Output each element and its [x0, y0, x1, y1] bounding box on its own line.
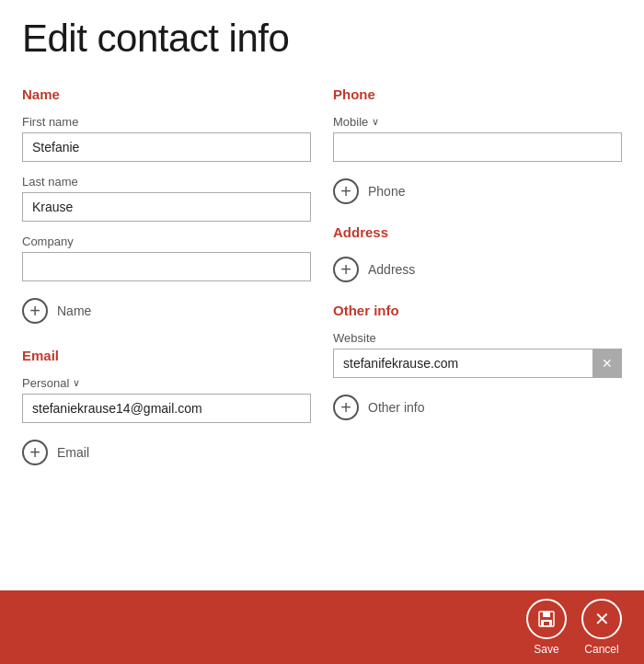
add-email-label: Email	[57, 445, 89, 460]
name-section-label: Name	[22, 86, 311, 102]
first-name-label: First name	[22, 115, 311, 129]
left-column: Name First name Last name Company + Name…	[22, 83, 311, 465]
last-name-label: Last name	[22, 175, 311, 189]
name-section: Name First name Last name Company + Name	[22, 83, 311, 324]
company-input[interactable]	[22, 252, 311, 281]
other-info-section: Other info Website ✕ + Other info	[333, 299, 622, 420]
add-phone-row[interactable]: + Phone	[333, 178, 622, 204]
add-name-label: Name	[57, 303, 91, 318]
email-section-label: Email	[22, 348, 311, 363]
email-type-chevron-icon: ∨	[73, 377, 80, 389]
last-name-input[interactable]	[22, 192, 311, 222]
add-address-icon: +	[333, 257, 359, 282]
first-name-input[interactable]	[22, 132, 311, 162]
save-label: Save	[534, 643, 558, 656]
phone-section-label: Phone	[333, 86, 622, 102]
website-clear-button[interactable]: ✕	[592, 349, 622, 378]
phone-type-chevron-icon: ∨	[372, 116, 379, 128]
add-phone-label: Phone	[368, 184, 405, 199]
add-other-info-row[interactable]: + Other info	[333, 395, 622, 420]
add-email-row[interactable]: + Email	[22, 440, 311, 465]
address-section: Address + Address	[333, 221, 622, 282]
add-other-info-icon: +	[333, 395, 359, 420]
cancel-button[interactable]: ✕ Cancel	[581, 599, 622, 656]
website-label: Website	[333, 331, 622, 345]
svg-rect-3	[544, 622, 549, 625]
website-input[interactable]	[333, 349, 622, 378]
email-input[interactable]	[22, 394, 311, 423]
bottom-bar: Save ✕ Cancel	[0, 590, 644, 664]
add-address-label: Address	[368, 262, 415, 277]
phone-input[interactable]	[333, 132, 622, 162]
add-phone-icon: +	[333, 178, 359, 204]
phone-type-label[interactable]: Mobile ∨	[333, 115, 622, 129]
add-other-info-label: Other info	[368, 400, 424, 415]
save-button[interactable]: Save	[526, 599, 567, 656]
other-info-section-label: Other info	[333, 303, 622, 318]
add-address-row[interactable]: + Address	[333, 257, 622, 282]
cancel-icon: ✕	[581, 599, 622, 639]
address-section-label: Address	[333, 224, 622, 240]
add-name-row[interactable]: + Name	[22, 298, 311, 324]
save-icon	[526, 599, 567, 639]
company-label: Company	[22, 235, 311, 248]
cancel-label: Cancel	[584, 643, 618, 656]
website-input-container: ✕	[333, 349, 622, 378]
phone-section: Phone Mobile ∨ + Phone	[333, 83, 622, 204]
right-column: Phone Mobile ∨ + Phone Address + Address…	[333, 83, 622, 465]
add-name-icon: +	[22, 298, 48, 324]
email-section: Email Personal ∨ + Email	[22, 344, 311, 465]
page-title: Edit contact info	[0, 0, 644, 83]
add-email-icon: +	[22, 440, 48, 465]
svg-rect-1	[543, 612, 550, 617]
email-type-label[interactable]: Personal ∨	[22, 376, 311, 390]
